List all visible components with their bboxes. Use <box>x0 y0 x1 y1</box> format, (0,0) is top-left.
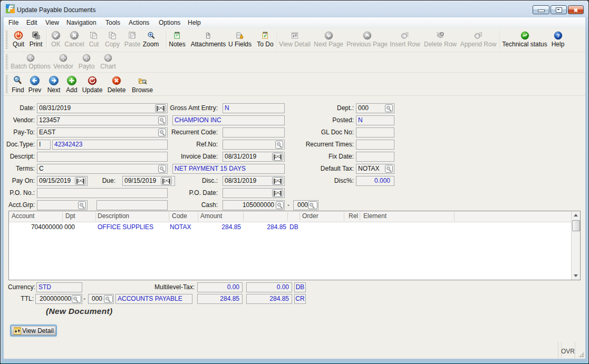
svg-text:?: ? <box>556 33 559 38</box>
